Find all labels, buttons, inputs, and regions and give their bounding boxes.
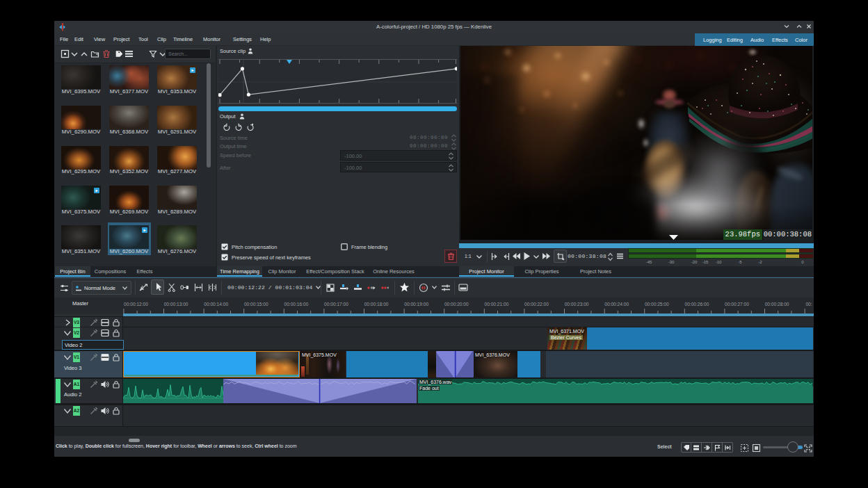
svg-text:-20: -20: [691, 260, 698, 264]
svg-text:0: 0: [801, 260, 804, 264]
svg-text:-15: -15: [702, 260, 709, 264]
svg-text:-5: -5: [738, 260, 742, 264]
svg-text:-30: -30: [668, 260, 675, 264]
svg-text:-10: -10: [716, 260, 722, 264]
svg-text:-45: -45: [646, 260, 652, 264]
svg-text:-2: -2: [758, 260, 762, 264]
